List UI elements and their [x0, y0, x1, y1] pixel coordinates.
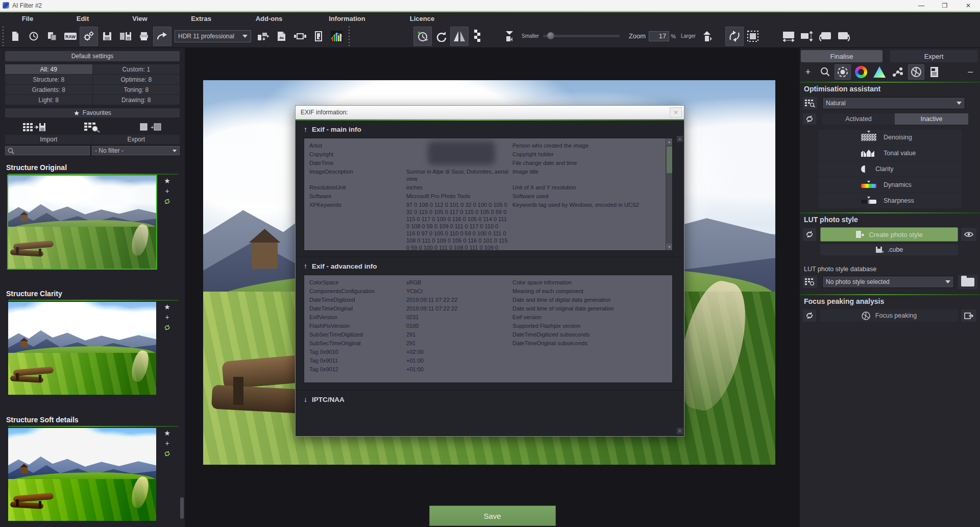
maximize-button[interactable]: ❐: [933, 0, 957, 11]
before-after-compare-button[interactable]: [450, 27, 469, 46]
batch-processing-button[interactable]: [254, 27, 273, 46]
exit-button[interactable]: [309, 27, 328, 46]
category-custom[interactable]: Custom: 1: [93, 64, 180, 74]
scroll-down-icon[interactable]: ▼: [666, 244, 673, 250]
exif-advanced-section-header[interactable]: ↑ Exif - advanced info: [296, 257, 684, 274]
category-drawing[interactable]: Drawing: 8: [93, 95, 180, 105]
add-preset-icon[interactable]: +: [165, 188, 169, 194]
exif-dialog-close-button[interactable]: ✕: [670, 107, 682, 117]
adjustment-denoising[interactable]: Denoising: [818, 130, 962, 145]
menu-addons[interactable]: Add-ons: [233, 15, 305, 22]
tab-finalise[interactable]: Finalise: [801, 50, 883, 62]
import-presets-button[interactable]: [5, 122, 63, 133]
category-toning[interactable]: Toning: 8: [93, 85, 180, 94]
preset-grid-icon[interactable]: [803, 97, 817, 109]
scroll-up-icon[interactable]: ▲: [666, 138, 673, 145]
color-space-icon[interactable]: [871, 64, 888, 80]
favourites-bar[interactable]: ★ Favourites: [5, 108, 180, 117]
rotate-right-button[interactable]: [835, 27, 853, 46]
export-presets-button[interactable]: +: [121, 122, 180, 132]
category-light[interactable]: Light: 8: [5, 95, 92, 105]
category-optimise[interactable]: Optimise: 8: [93, 75, 180, 84]
exif-main-scrollbar[interactable]: ▲ ▼: [666, 138, 672, 250]
presets-scrollbar-thumb[interactable]: [180, 497, 184, 519]
preset-filter-dropdown[interactable]: - No filter -: [92, 146, 180, 155]
focus-sync-icon[interactable]: [803, 309, 816, 322]
lut-preview-eye-icon[interactable]: [961, 228, 976, 241]
scroll-up-icon[interactable]: ▲: [677, 136, 683, 142]
fit-width-button[interactable]: [779, 27, 798, 46]
color-wheel-icon[interactable]: [853, 64, 869, 80]
timer-button[interactable]: [413, 27, 432, 46]
adjustment-tonal-value[interactable]: Tonal value: [818, 146, 962, 161]
category-structure[interactable]: Structure: 8: [5, 75, 92, 84]
cube-export-button[interactable]: .cube: [820, 244, 958, 255]
manage-presets-button[interactable]: [63, 121, 121, 133]
exif-dialog-titlebar[interactable]: EXIF information: ✕: [296, 106, 684, 119]
adjustment-dynamics[interactable]: Dynamics: [818, 177, 962, 193]
assistant-sync-icon[interactable]: [803, 113, 816, 125]
preset-thumbnail[interactable]: [8, 302, 156, 395]
add-preset-icon[interactable]: +: [165, 314, 169, 320]
save-button[interactable]: Save: [429, 506, 556, 526]
import-label[interactable]: Import: [5, 135, 92, 144]
menu-licence[interactable]: Licence: [389, 15, 455, 22]
sync-preset-icon[interactable]: [164, 450, 170, 458]
print-button[interactable]: [135, 27, 153, 46]
project-preset-dropdown[interactable]: HDR 11 professional: [175, 30, 251, 42]
preset-thumbnail[interactable]: [8, 428, 156, 521]
menu-edit[interactable]: Edit: [55, 15, 110, 22]
add-button[interactable]: +: [800, 64, 816, 80]
settings-gears-button[interactable]: [80, 27, 98, 46]
histogram-button[interactable]: [328, 27, 346, 46]
create-photo-style-button[interactable]: Create photo style: [820, 227, 958, 242]
lut-sync-icon[interactable]: [803, 228, 816, 241]
toggle-activated[interactable]: Activated: [822, 113, 895, 125]
favourite-star-icon[interactable]: ★: [164, 430, 170, 436]
menu-view[interactable]: View: [110, 15, 169, 22]
sync-preset-icon[interactable]: [164, 324, 170, 331]
exif-dialog-scrollbar[interactable]: ▲ ▼: [677, 136, 683, 434]
raw-import-button[interactable]: RAW: [61, 27, 80, 46]
lut-folder-button[interactable]: [958, 275, 977, 289]
remove-button[interactable]: −: [962, 64, 978, 80]
menu-extras[interactable]: Extras: [169, 15, 233, 22]
focus-export-icon[interactable]: [961, 309, 976, 322]
add-preset-icon[interactable]: +: [165, 440, 169, 446]
save-button-toolbar[interactable]: [98, 27, 116, 46]
preset-search-input[interactable]: [5, 146, 90, 155]
lut-database-dropdown[interactable]: No photo style selected: [822, 276, 954, 288]
scroll-down-icon[interactable]: ▼: [677, 428, 683, 434]
exif-report-icon[interactable]: [926, 64, 943, 80]
new-image-button[interactable]: [6, 27, 24, 46]
favourite-star-icon[interactable]: ★: [164, 304, 170, 310]
aperture-icon[interactable]: [908, 64, 924, 80]
zoom-slider-thumb[interactable]: [547, 32, 554, 39]
lut-database-grid-icon[interactable]: [803, 276, 817, 288]
scrollbar-thumb[interactable]: [667, 147, 672, 173]
menu-file[interactable]: File: [0, 15, 55, 22]
zoom-slider[interactable]: [543, 35, 620, 37]
rotate-left-button[interactable]: [816, 27, 835, 46]
assistant-preset-dropdown[interactable]: Natural: [822, 97, 965, 109]
tab-expert[interactable]: Expert: [890, 50, 977, 62]
toggle-inactive[interactable]: Inactive: [895, 113, 968, 125]
export-label[interactable]: Export: [93, 135, 180, 144]
sync-preset-icon[interactable]: [164, 198, 170, 205]
category-all[interactable]: All: 49: [5, 64, 92, 74]
optimisation-assistant-icon[interactable]: [835, 64, 851, 80]
close-button[interactable]: ✕: [957, 0, 980, 11]
zoom-value-input[interactable]: 17: [649, 31, 669, 41]
preset-structure-soft-details[interactable]: Structure Soft details★+: [0, 415, 185, 521]
share-export-button[interactable]: [153, 27, 172, 46]
history-button[interactable]: [24, 27, 43, 46]
preset-structure-original[interactable]: Structure Original★+: [0, 162, 185, 269]
copy-settings-button[interactable]: [43, 27, 61, 46]
adjustment-clarity[interactable]: Clarity: [818, 161, 962, 177]
export-image-button[interactable]: [273, 27, 291, 46]
crop-frame-button[interactable]: [291, 27, 309, 46]
iptc-section-header[interactable]: ↓ IPTC/NAA: [296, 390, 684, 407]
preset-structure-clarity[interactable]: Structure Clarity★+: [0, 289, 185, 395]
default-settings-header[interactable]: Default settings: [5, 51, 180, 61]
checkerboard-button[interactable]: [469, 27, 487, 46]
